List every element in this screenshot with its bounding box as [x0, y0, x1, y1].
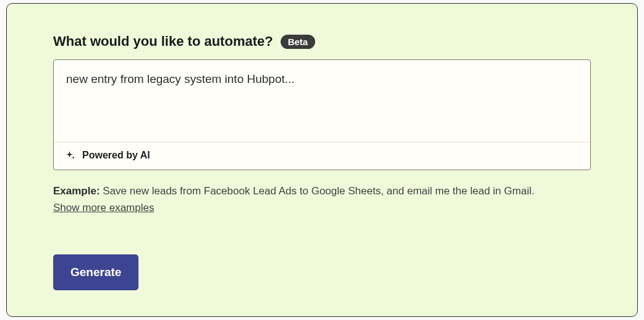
automation-prompt-panel: What would you like to automate? Beta Po…: [6, 3, 638, 317]
example-label: Example:: [53, 185, 100, 197]
prompt-input-box: Powered by AI: [53, 59, 591, 170]
powered-by-row: Powered by AI: [54, 142, 590, 170]
powered-by-label: Powered by AI: [82, 150, 150, 161]
generate-button[interactable]: Generate: [53, 254, 138, 290]
header-row: What would you like to automate? Beta: [53, 33, 591, 50]
show-more-examples-link[interactable]: Show more examples: [53, 202, 154, 214]
prompt-heading: What would you like to automate?: [53, 33, 273, 50]
example-row: Example: Save new leads from Facebook Le…: [53, 183, 591, 216]
example-text: Save new leads from Facebook Lead Ads to…: [100, 185, 535, 197]
prompt-textarea[interactable]: [54, 60, 590, 139]
beta-badge: Beta: [281, 35, 316, 49]
sparkle-icon: [65, 150, 76, 161]
